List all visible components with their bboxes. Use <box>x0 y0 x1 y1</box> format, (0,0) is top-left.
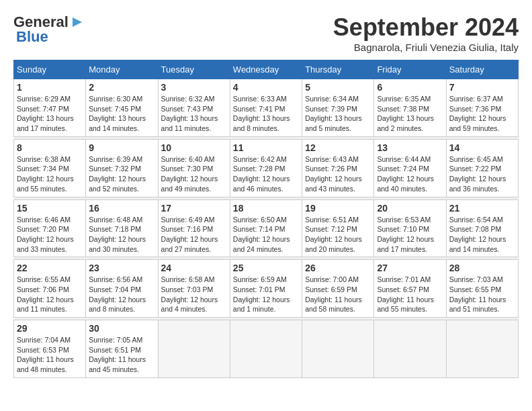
daylight-label: Daylight: 13 hours and 5 minutes. <box>305 114 362 132</box>
day-info: Sunrise: 6:42 AM Sunset: 7:28 PM Dayligh… <box>233 154 299 194</box>
sunset-label: Sunset: 6:57 PM <box>377 285 429 293</box>
sunrise-label: Sunrise: 6:29 AM <box>17 95 71 103</box>
sunrise-label: Sunrise: 6:30 AM <box>89 95 142 103</box>
calendar-week-row: 15 Sunrise: 6:46 AM Sunset: 7:20 PM Dayl… <box>14 199 519 257</box>
sunrise-label: Sunrise: 6:51 AM <box>305 216 359 224</box>
sunrise-label: Sunrise: 6:59 AM <box>233 275 287 283</box>
calendar-table: SundayMondayTuesdayWednesdayThursdayFrid… <box>13 60 519 378</box>
sunset-label: Sunset: 7:32 PM <box>89 165 141 173</box>
calendar-day-cell: 17 Sunrise: 6:49 AM Sunset: 7:16 PM Dayl… <box>158 199 230 257</box>
day-number: 10 <box>161 142 227 153</box>
sunrise-label: Sunrise: 6:53 AM <box>377 216 431 224</box>
day-info: Sunrise: 6:58 AM Sunset: 7:03 PM Dayligh… <box>161 275 227 314</box>
calendar-week-row: 8 Sunrise: 6:38 AM Sunset: 7:34 PM Dayli… <box>14 139 519 197</box>
calendar-week-row: 1 Sunrise: 6:29 AM Sunset: 7:47 PM Dayli… <box>14 79 519 137</box>
sunset-label: Sunset: 7:06 PM <box>17 285 69 293</box>
sunset-label: Sunset: 7:20 PM <box>17 225 69 233</box>
calendar-day-cell: 14 Sunrise: 6:45 AM Sunset: 7:22 PM Dayl… <box>446 139 518 197</box>
day-number: 16 <box>89 203 154 214</box>
day-info: Sunrise: 6:46 AM Sunset: 7:20 PM Dayligh… <box>17 215 83 255</box>
day-info: Sunrise: 6:45 AM Sunset: 7:22 PM Dayligh… <box>449 154 515 194</box>
day-number: 8 <box>17 142 83 153</box>
calendar-day-cell: 22 Sunrise: 6:55 AM Sunset: 7:06 PM Dayl… <box>14 260 86 318</box>
day-info: Sunrise: 6:55 AM Sunset: 7:06 PM Dayligh… <box>17 275 83 314</box>
sunset-label: Sunset: 7:47 PM <box>17 105 69 113</box>
day-info: Sunrise: 6:37 AM Sunset: 7:36 PM Dayligh… <box>449 94 515 134</box>
daylight-label: Daylight: 12 hours and 17 minutes. <box>377 235 434 253</box>
weekday-header: Tuesday <box>158 60 230 79</box>
day-info: Sunrise: 7:04 AM Sunset: 6:53 PM Dayligh… <box>17 335 83 375</box>
logo-icon <box>70 15 85 30</box>
sunrise-label: Sunrise: 6:50 AM <box>233 216 287 224</box>
calendar-day-cell: 5 Sunrise: 6:34 AM Sunset: 7:39 PM Dayli… <box>302 79 374 137</box>
sunset-label: Sunset: 7:39 PM <box>305 105 357 113</box>
day-info: Sunrise: 6:50 AM Sunset: 7:14 PM Dayligh… <box>233 215 299 255</box>
sunset-label: Sunset: 7:34 PM <box>17 165 69 173</box>
calendar-day-cell: 24 Sunrise: 6:58 AM Sunset: 7:03 PM Dayl… <box>158 260 230 318</box>
sunset-label: Sunset: 6:59 PM <box>305 285 357 293</box>
day-info: Sunrise: 7:00 AM Sunset: 6:59 PM Dayligh… <box>305 275 371 314</box>
day-info: Sunrise: 6:32 AM Sunset: 7:43 PM Dayligh… <box>161 94 227 134</box>
calendar-day-cell: 21 Sunrise: 6:54 AM Sunset: 7:08 PM Dayl… <box>446 199 518 257</box>
sunrise-label: Sunrise: 6:48 AM <box>89 216 142 224</box>
day-number: 9 <box>89 142 154 153</box>
sunset-label: Sunset: 7:43 PM <box>161 105 214 113</box>
page-header: General Blue September 2024 Bagnarola, F… <box>13 13 519 53</box>
day-number: 17 <box>161 203 227 214</box>
sunset-label: Sunset: 7:16 PM <box>161 225 214 233</box>
day-number: 28 <box>449 263 515 273</box>
sunrise-label: Sunrise: 6:39 AM <box>89 155 142 163</box>
svg-marker-0 <box>73 17 82 27</box>
calendar-day-cell: 29 Sunrise: 7:04 AM Sunset: 6:53 PM Dayl… <box>14 320 86 378</box>
day-number: 4 <box>233 82 299 93</box>
weekday-header: Saturday <box>446 60 518 79</box>
day-number: 27 <box>377 263 443 273</box>
calendar-day-cell: 10 Sunrise: 6:40 AM Sunset: 7:30 PM Dayl… <box>158 139 230 197</box>
sunset-label: Sunset: 7:18 PM <box>89 225 141 233</box>
calendar-day-cell: 4 Sunrise: 6:33 AM Sunset: 7:41 PM Dayli… <box>230 79 302 137</box>
calendar-day-cell <box>230 320 302 378</box>
sunrise-label: Sunrise: 6:54 AM <box>449 216 503 224</box>
calendar-day-cell: 9 Sunrise: 6:39 AM Sunset: 7:32 PM Dayli… <box>86 139 158 197</box>
daylight-label: Daylight: 13 hours and 14 minutes. <box>89 114 146 132</box>
logo: General Blue <box>13 13 85 46</box>
daylight-label: Daylight: 12 hours and 59 minutes. <box>449 114 506 132</box>
calendar-week-row: 29 Sunrise: 7:04 AM Sunset: 6:53 PM Dayl… <box>14 320 519 378</box>
weekday-header: Monday <box>86 60 158 79</box>
calendar-day-cell: 25 Sunrise: 6:59 AM Sunset: 7:01 PM Dayl… <box>230 260 302 318</box>
calendar-day-cell: 2 Sunrise: 6:30 AM Sunset: 7:45 PM Dayli… <box>86 79 158 137</box>
daylight-label: Daylight: 12 hours and 30 minutes. <box>89 235 146 253</box>
day-info: Sunrise: 6:53 AM Sunset: 7:10 PM Dayligh… <box>377 215 443 255</box>
daylight-label: Daylight: 11 hours and 51 minutes. <box>449 295 506 314</box>
location-title: Bagnarola, Friuli Venezia Giulia, Italy <box>333 42 519 53</box>
calendar-day-cell <box>158 320 230 378</box>
day-number: 2 <box>89 82 154 93</box>
daylight-label: Daylight: 11 hours and 45 minutes. <box>89 355 146 373</box>
sunset-label: Sunset: 7:14 PM <box>233 225 285 233</box>
sunset-label: Sunset: 7:45 PM <box>89 105 141 113</box>
day-info: Sunrise: 6:48 AM Sunset: 7:18 PM Dayligh… <box>89 215 154 255</box>
day-info: Sunrise: 6:56 AM Sunset: 7:04 PM Dayligh… <box>89 275 154 314</box>
calendar-day-cell: 16 Sunrise: 6:48 AM Sunset: 7:18 PM Dayl… <box>86 199 158 257</box>
calendar-day-cell: 1 Sunrise: 6:29 AM Sunset: 7:47 PM Dayli… <box>14 79 86 137</box>
sunset-label: Sunset: 7:22 PM <box>449 165 502 173</box>
day-number: 24 <box>161 263 227 273</box>
daylight-label: Daylight: 12 hours and 52 minutes. <box>89 175 146 193</box>
sunset-label: Sunset: 6:53 PM <box>17 346 69 354</box>
calendar-week-row: 22 Sunrise: 6:55 AM Sunset: 7:06 PM Dayl… <box>14 260 519 318</box>
calendar-day-cell <box>374 320 446 378</box>
daylight-label: Daylight: 12 hours and 46 minutes. <box>233 175 290 193</box>
day-number: 30 <box>89 323 154 334</box>
day-info: Sunrise: 6:44 AM Sunset: 7:24 PM Dayligh… <box>377 154 443 194</box>
sunset-label: Sunset: 7:04 PM <box>89 285 141 293</box>
daylight-label: Daylight: 12 hours and 11 minutes. <box>17 295 74 314</box>
day-number: 15 <box>17 203 83 214</box>
daylight-label: Daylight: 12 hours and 4 minutes. <box>161 295 218 314</box>
day-info: Sunrise: 7:03 AM Sunset: 6:55 PM Dayligh… <box>449 275 515 314</box>
sunset-label: Sunset: 7:08 PM <box>449 225 502 233</box>
daylight-label: Daylight: 12 hours and 55 minutes. <box>17 175 74 193</box>
day-info: Sunrise: 6:38 AM Sunset: 7:34 PM Dayligh… <box>17 154 83 194</box>
sunrise-label: Sunrise: 6:44 AM <box>377 155 431 163</box>
calendar-day-cell: 20 Sunrise: 6:53 AM Sunset: 7:10 PM Dayl… <box>374 199 446 257</box>
sunset-label: Sunset: 7:24 PM <box>377 165 429 173</box>
